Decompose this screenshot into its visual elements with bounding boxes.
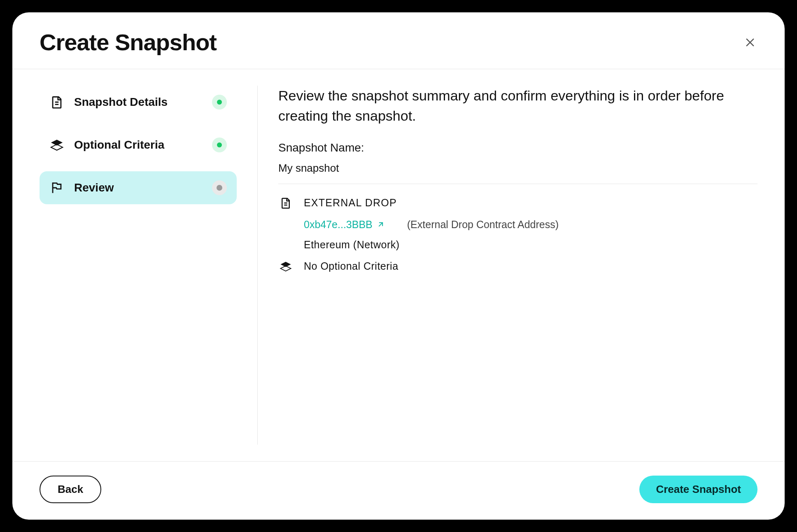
step-label: Optional Criteria bbox=[74, 138, 202, 152]
step-optional-criteria[interactable]: Optional Criteria bbox=[40, 128, 237, 161]
external-drop-row: EXTERNAL DROP bbox=[278, 196, 757, 210]
layers-icon bbox=[278, 259, 293, 274]
step-review[interactable]: Review bbox=[40, 171, 237, 204]
step-label: Review bbox=[74, 181, 202, 194]
modal-footer: Back Create Snapshot bbox=[12, 461, 785, 520]
svg-line-9 bbox=[379, 223, 382, 226]
flag-icon bbox=[49, 180, 64, 195]
document-icon bbox=[49, 95, 64, 110]
contract-address-row: 0xb47e...3BBB (External Drop Contract Ad… bbox=[278, 219, 757, 231]
contract-address-text: 0xb47e...3BBB bbox=[304, 219, 373, 231]
close-icon bbox=[744, 37, 756, 48]
modal-title: Create Snapshot bbox=[40, 29, 217, 56]
status-dot-current bbox=[212, 180, 227, 195]
status-dot-done bbox=[212, 95, 227, 110]
create-snapshot-button[interactable]: Create Snapshot bbox=[639, 476, 757, 503]
layers-icon bbox=[49, 138, 64, 152]
external-drop-label: EXTERNAL DROP bbox=[304, 197, 397, 209]
snapshot-name-value: My snapshot bbox=[278, 162, 757, 184]
document-icon bbox=[278, 196, 293, 210]
contract-address-link[interactable]: 0xb47e...3BBB bbox=[304, 219, 385, 231]
contract-address-hint: (External Drop Contract Address) bbox=[407, 219, 559, 231]
steps-sidebar: Snapshot Details Optional Criteria bbox=[40, 86, 258, 445]
network-row: Ethereum (Network) bbox=[278, 239, 757, 251]
optional-criteria-text: No Optional Criteria bbox=[304, 260, 398, 272]
back-button[interactable]: Back bbox=[40, 476, 101, 503]
review-instruction: Review the snapshot summary and confirm … bbox=[278, 86, 757, 126]
external-link-icon bbox=[377, 220, 385, 229]
modal-header: Create Snapshot bbox=[12, 12, 785, 69]
modal-body: Snapshot Details Optional Criteria bbox=[12, 69, 785, 461]
snapshot-name-label: Snapshot Name: bbox=[278, 141, 757, 154]
network-text: Ethereum (Network) bbox=[304, 239, 400, 251]
close-button[interactable] bbox=[743, 35, 757, 50]
step-snapshot-details[interactable]: Snapshot Details bbox=[40, 86, 237, 119]
step-label: Snapshot Details bbox=[74, 96, 202, 109]
create-snapshot-modal: Create Snapshot Snapshot Details bbox=[12, 12, 785, 520]
optional-criteria-row: No Optional Criteria bbox=[278, 259, 757, 274]
review-panel: Review the snapshot summary and confirm … bbox=[258, 86, 757, 445]
summary-block: EXTERNAL DROP 0xb47e...3BBB (External Dr… bbox=[278, 196, 757, 274]
status-dot-done bbox=[212, 138, 227, 152]
